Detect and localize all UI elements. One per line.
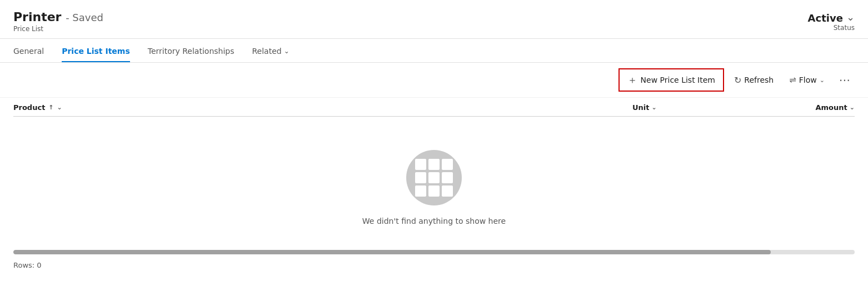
header: Printer - Saved Price List Active ⌄ Stat… <box>0 0 868 39</box>
refresh-button[interactable]: ↻ Refresh <box>729 72 779 89</box>
status-row: Active ⌄ <box>808 12 855 24</box>
chevron-down-icon: ⌄ <box>57 104 62 111</box>
refresh-label: Refresh <box>744 76 774 84</box>
record-subtitle: Price List <box>13 25 103 33</box>
more-icon: ⋯ <box>839 73 850 87</box>
more-options-button[interactable]: ⋯ <box>835 71 855 89</box>
chevron-down-icon: ⌄ <box>651 104 656 111</box>
unit-label: Unit <box>632 103 649 112</box>
status-value: Active <box>808 12 843 24</box>
record-title: Printer - Saved <box>13 10 103 24</box>
new-price-list-item-button[interactable]: ＋ New Price List Item <box>618 68 724 92</box>
record-name: Printer <box>13 10 61 24</box>
column-header-product[interactable]: Product ↑ ⌄ <box>13 103 632 112</box>
footer: Rows: 0 <box>0 257 868 274</box>
header-left: Printer - Saved Price List <box>13 10 103 33</box>
horizontal-scrollbar[interactable] <box>13 250 855 254</box>
chevron-down-icon: ⌄ <box>846 11 855 23</box>
table-container: Product ↑ ⌄ Unit ⌄ Amount ⌄ <box>0 98 868 248</box>
tabs-bar: General Price List Items Territory Relat… <box>0 39 868 63</box>
amount-label: Amount <box>816 103 847 112</box>
table-header: Product ↑ ⌄ Unit ⌄ Amount ⌄ <box>13 98 855 117</box>
chevron-down-icon: ⌄ <box>284 47 290 55</box>
refresh-icon: ↻ <box>734 75 741 86</box>
scrollbar-thumb <box>13 250 771 254</box>
active-status-button[interactable]: Active ⌄ Status <box>808 10 855 32</box>
flow-label: Flow <box>799 76 817 84</box>
plus-icon: ＋ <box>627 73 637 87</box>
saved-label: - Saved <box>66 12 103 23</box>
status-info: Active ⌄ Status <box>808 12 855 32</box>
column-header-amount[interactable]: Amount ⌄ <box>755 103 855 112</box>
chevron-down-icon: ⌄ <box>820 77 825 84</box>
tab-related[interactable]: Related ⌄ <box>252 39 290 62</box>
tab-general[interactable]: General <box>13 39 44 62</box>
sort-asc-icon: ↑ <box>48 104 53 111</box>
column-header-unit[interactable]: Unit ⌄ <box>632 103 755 112</box>
flow-icon: ⇌ <box>789 75 796 85</box>
grid-icon <box>413 157 455 199</box>
empty-message: We didn't find anything to show here <box>362 217 506 225</box>
new-price-list-item-label: New Price List Item <box>641 76 715 84</box>
empty-state: We didn't find anything to show here <box>13 117 855 248</box>
tab-territory-relationships[interactable]: Territory Relationships <box>148 39 235 62</box>
status-label: Status <box>834 24 855 32</box>
empty-state-icon <box>406 150 462 205</box>
chevron-down-icon: ⌄ <box>850 104 855 111</box>
flow-button[interactable]: ⇌ Flow ⌄ <box>784 72 830 88</box>
product-label: Product <box>13 103 45 112</box>
scrollbar-area[interactable] <box>0 248 868 257</box>
toolbar: ＋ New Price List Item ↻ Refresh ⇌ Flow ⌄… <box>0 63 868 98</box>
rows-count: Rows: 0 <box>13 261 42 269</box>
tab-price-list-items[interactable]: Price List Items <box>62 39 130 62</box>
